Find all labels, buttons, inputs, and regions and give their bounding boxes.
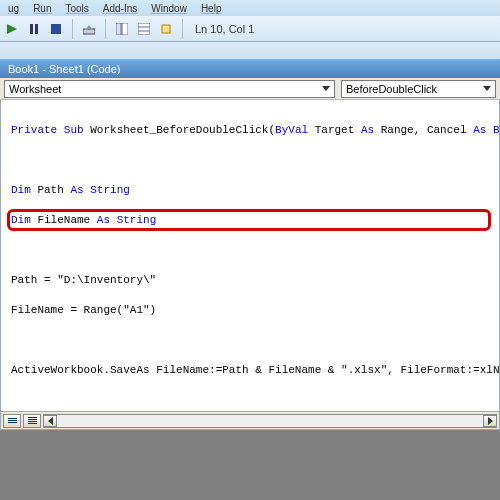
separator xyxy=(105,19,106,39)
code-window-title: Book1 - Sheet1 (Code) xyxy=(0,60,500,78)
svg-rect-5 xyxy=(116,23,121,35)
menu-addins[interactable]: Add-Ins xyxy=(103,3,137,14)
code-editor[interactable]: Private Sub Worksheet_BeforeDoubleClick(… xyxy=(0,100,500,430)
code-blank xyxy=(11,243,495,258)
code-line: Dim Path As String xyxy=(11,183,495,198)
svg-rect-3 xyxy=(51,24,61,34)
chevron-down-icon xyxy=(483,86,491,91)
project-explorer-icon[interactable] xyxy=(114,21,130,37)
scroll-right-icon[interactable] xyxy=(483,415,497,427)
object-browser-icon[interactable] xyxy=(158,21,174,37)
separator xyxy=(72,19,73,39)
pause-icon[interactable] xyxy=(26,21,42,37)
procedure-view-button[interactable] xyxy=(3,414,21,428)
procedure-dropdown[interactable]: BeforeDoubleClick xyxy=(341,80,496,98)
code-blank xyxy=(11,333,495,348)
svg-rect-2 xyxy=(35,24,38,34)
code-line: Private Sub Worksheet_BeforeDoubleClick(… xyxy=(11,123,495,138)
full-module-view-button[interactable] xyxy=(23,414,41,428)
run-icon[interactable] xyxy=(4,21,20,37)
stop-icon[interactable] xyxy=(48,21,64,37)
code-line: Path = "D:\Inventory\" xyxy=(11,273,495,288)
design-mode-icon[interactable] xyxy=(81,21,97,37)
menu-bar: ug Run Tools Add-Ins Window Help xyxy=(0,0,500,16)
horizontal-scrollbar[interactable] xyxy=(43,414,497,428)
menu-help[interactable]: Help xyxy=(201,3,222,14)
view-split-bar xyxy=(1,411,499,429)
cursor-position: Ln 10, Col 1 xyxy=(191,23,254,35)
code-line: FileName = Range("A1") xyxy=(11,303,495,318)
separator xyxy=(182,19,183,39)
menu-window[interactable]: Window xyxy=(151,3,187,14)
menu-debug[interactable]: ug xyxy=(8,3,19,14)
code-line: Dim FileName As String xyxy=(11,213,495,228)
svg-rect-10 xyxy=(162,25,170,33)
dropdown-row: Worksheet BeforeDoubleClick xyxy=(0,78,500,100)
object-dropdown-value: Worksheet xyxy=(9,83,61,95)
chevron-down-icon xyxy=(322,86,330,91)
svg-rect-4 xyxy=(83,29,95,34)
menu-run[interactable]: Run xyxy=(33,3,51,14)
svg-marker-0 xyxy=(7,24,17,34)
scroll-left-icon[interactable] xyxy=(43,415,57,427)
svg-rect-6 xyxy=(122,23,128,35)
procedure-dropdown-value: BeforeDoubleClick xyxy=(346,83,437,95)
code-blank xyxy=(11,153,495,168)
object-dropdown[interactable]: Worksheet xyxy=(4,80,335,98)
code-line-highlighted: ActiveWorkbook.SaveAs FileName:=Path & F… xyxy=(11,363,495,378)
svg-rect-1 xyxy=(30,24,33,34)
menu-tools[interactable]: Tools xyxy=(65,3,88,14)
properties-icon[interactable] xyxy=(136,21,152,37)
toolbar-spacer xyxy=(0,42,500,60)
svg-rect-7 xyxy=(138,23,150,35)
toolbar: Ln 10, Col 1 xyxy=(0,16,500,42)
code-blank xyxy=(11,393,495,408)
